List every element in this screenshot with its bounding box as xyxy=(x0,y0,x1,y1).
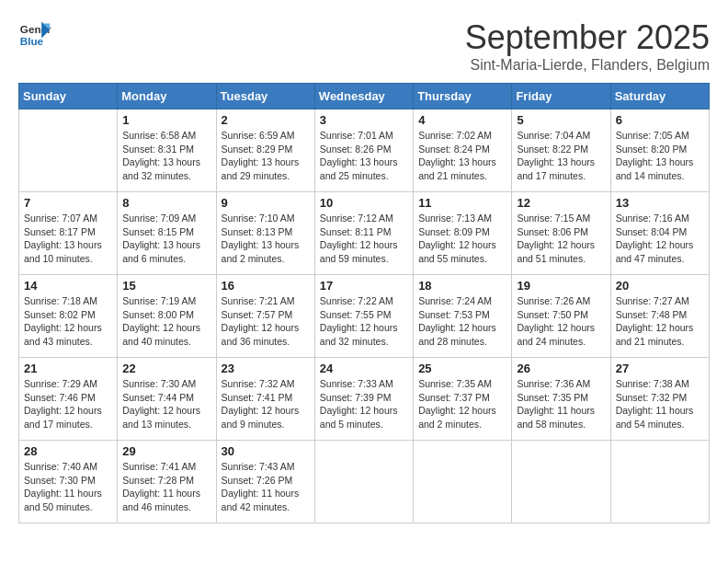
day-info: Sunrise: 7:22 AM Sunset: 7:55 PM Dayligh… xyxy=(320,294,408,349)
calendar-cell: 16Sunrise: 7:21 AM Sunset: 7:57 PM Dayli… xyxy=(216,275,314,358)
calendar-cell: 3Sunrise: 7:01 AM Sunset: 8:26 PM Daylig… xyxy=(314,109,413,192)
weekday-header: Sunday xyxy=(19,84,118,109)
day-number: 14 xyxy=(24,279,112,293)
day-info: Sunrise: 7:35 AM Sunset: 7:37 PM Dayligh… xyxy=(418,377,506,431)
page-header: General Blue September 2025 Sint-Maria-L… xyxy=(18,18,710,74)
calendar-cell: 29Sunrise: 7:41 AM Sunset: 7:28 PM Dayli… xyxy=(118,441,216,523)
day-number: 8 xyxy=(122,196,210,210)
calendar-cell xyxy=(512,441,610,523)
calendar-cell: 27Sunrise: 7:38 AM Sunset: 7:32 PM Dayli… xyxy=(610,358,709,441)
day-number: 26 xyxy=(517,362,605,375)
day-number: 30 xyxy=(222,444,310,458)
day-number: 18 xyxy=(418,279,506,293)
weekday-header: Friday xyxy=(512,84,610,109)
weekday-header: Wednesday xyxy=(314,84,413,109)
day-info: Sunrise: 7:40 AM Sunset: 7:30 PM Dayligh… xyxy=(24,460,112,514)
day-number: 3 xyxy=(320,113,408,127)
day-number: 7 xyxy=(24,196,112,210)
day-info: Sunrise: 7:18 AM Sunset: 8:02 PM Dayligh… xyxy=(24,294,112,349)
day-number: 5 xyxy=(517,113,605,127)
day-info: Sunrise: 7:05 AM Sunset: 8:20 PM Dayligh… xyxy=(616,129,704,183)
day-info: Sunrise: 7:04 AM Sunset: 8:22 PM Dayligh… xyxy=(517,129,605,183)
day-number: 22 xyxy=(122,362,210,375)
weekday-header-row: SundayMondayTuesdayWednesdayThursdayFrid… xyxy=(19,84,710,109)
day-info: Sunrise: 7:19 AM Sunset: 8:00 PM Dayligh… xyxy=(122,294,210,349)
day-number: 11 xyxy=(418,196,506,210)
month-title: September 2025 xyxy=(465,18,710,57)
calendar-cell: 18Sunrise: 7:24 AM Sunset: 7:53 PM Dayli… xyxy=(414,275,512,358)
svg-text:Blue: Blue xyxy=(20,35,44,47)
week-row-1: 1Sunrise: 6:58 AM Sunset: 8:31 PM Daylig… xyxy=(19,109,710,192)
calendar-cell xyxy=(19,109,118,192)
calendar-cell: 6Sunrise: 7:05 AM Sunset: 8:20 PM Daylig… xyxy=(610,109,709,192)
day-info: Sunrise: 6:58 AM Sunset: 8:31 PM Dayligh… xyxy=(122,129,210,183)
calendar-cell: 17Sunrise: 7:22 AM Sunset: 7:55 PM Dayli… xyxy=(314,275,413,358)
calendar-cell: 21Sunrise: 7:29 AM Sunset: 7:46 PM Dayli… xyxy=(19,358,118,441)
week-row-3: 14Sunrise: 7:18 AM Sunset: 8:02 PM Dayli… xyxy=(19,275,710,358)
day-info: Sunrise: 7:24 AM Sunset: 7:53 PM Dayligh… xyxy=(418,294,506,349)
calendar-cell: 2Sunrise: 6:59 AM Sunset: 8:29 PM Daylig… xyxy=(216,109,314,192)
title-section: September 2025 Sint-Maria-Lierde, Flande… xyxy=(465,18,710,74)
day-info: Sunrise: 7:07 AM Sunset: 8:17 PM Dayligh… xyxy=(24,212,112,266)
day-info: Sunrise: 7:09 AM Sunset: 8:15 PM Dayligh… xyxy=(122,212,210,266)
day-info: Sunrise: 7:15 AM Sunset: 8:06 PM Dayligh… xyxy=(517,212,605,266)
day-number: 23 xyxy=(222,362,310,375)
day-number: 25 xyxy=(418,362,506,375)
week-row-5: 28Sunrise: 7:40 AM Sunset: 7:30 PM Dayli… xyxy=(19,441,710,523)
calendar-cell: 25Sunrise: 7:35 AM Sunset: 7:37 PM Dayli… xyxy=(414,358,512,441)
calendar-cell: 7Sunrise: 7:07 AM Sunset: 8:17 PM Daylig… xyxy=(19,192,118,275)
calendar-cell: 5Sunrise: 7:04 AM Sunset: 8:22 PM Daylig… xyxy=(512,109,610,192)
day-info: Sunrise: 7:01 AM Sunset: 8:26 PM Dayligh… xyxy=(320,129,408,183)
day-info: Sunrise: 7:27 AM Sunset: 7:48 PM Dayligh… xyxy=(616,294,704,349)
day-number: 16 xyxy=(222,279,310,293)
calendar-cell: 12Sunrise: 7:15 AM Sunset: 8:06 PM Dayli… xyxy=(512,192,610,275)
day-info: Sunrise: 7:12 AM Sunset: 8:11 PM Dayligh… xyxy=(320,212,408,266)
calendar-cell: 9Sunrise: 7:10 AM Sunset: 8:13 PM Daylig… xyxy=(216,192,314,275)
day-info: Sunrise: 7:38 AM Sunset: 7:32 PM Dayligh… xyxy=(616,377,704,431)
calendar-cell: 20Sunrise: 7:27 AM Sunset: 7:48 PM Dayli… xyxy=(610,275,709,358)
day-number: 17 xyxy=(320,279,408,293)
calendar-cell: 11Sunrise: 7:13 AM Sunset: 8:09 PM Dayli… xyxy=(414,192,512,275)
day-info: Sunrise: 7:16 AM Sunset: 8:04 PM Dayligh… xyxy=(616,212,704,266)
day-number: 4 xyxy=(418,113,506,127)
day-info: Sunrise: 7:13 AM Sunset: 8:09 PM Dayligh… xyxy=(418,212,506,266)
calendar-cell: 19Sunrise: 7:26 AM Sunset: 7:50 PM Dayli… xyxy=(512,275,610,358)
calendar-cell xyxy=(414,441,512,523)
calendar-table: SundayMondayTuesdayWednesdayThursdayFrid… xyxy=(18,83,710,523)
day-number: 19 xyxy=(517,279,605,293)
day-number: 2 xyxy=(222,113,310,127)
day-info: Sunrise: 7:32 AM Sunset: 7:41 PM Dayligh… xyxy=(222,377,310,431)
day-number: 9 xyxy=(222,196,310,210)
weekday-header: Thursday xyxy=(414,84,512,109)
day-info: Sunrise: 7:26 AM Sunset: 7:50 PM Dayligh… xyxy=(517,294,605,349)
calendar-cell: 23Sunrise: 7:32 AM Sunset: 7:41 PM Dayli… xyxy=(216,358,314,441)
day-info: Sunrise: 7:10 AM Sunset: 8:13 PM Dayligh… xyxy=(222,212,310,266)
day-number: 27 xyxy=(616,362,704,375)
day-number: 12 xyxy=(517,196,605,210)
day-number: 24 xyxy=(320,362,408,375)
calendar-cell xyxy=(610,441,709,523)
weekday-header: Saturday xyxy=(610,84,709,109)
day-info: Sunrise: 7:02 AM Sunset: 8:24 PM Dayligh… xyxy=(418,129,506,183)
day-info: Sunrise: 7:29 AM Sunset: 7:46 PM Dayligh… xyxy=(24,377,112,431)
day-info: Sunrise: 6:59 AM Sunset: 8:29 PM Dayligh… xyxy=(222,129,310,183)
day-number: 15 xyxy=(122,279,210,293)
calendar-cell: 13Sunrise: 7:16 AM Sunset: 8:04 PM Dayli… xyxy=(610,192,709,275)
calendar-cell: 10Sunrise: 7:12 AM Sunset: 8:11 PM Dayli… xyxy=(314,192,413,275)
day-info: Sunrise: 7:30 AM Sunset: 7:44 PM Dayligh… xyxy=(122,377,210,431)
logo-icon: General Blue xyxy=(18,18,51,52)
day-info: Sunrise: 7:43 AM Sunset: 7:26 PM Dayligh… xyxy=(222,460,310,514)
logo: General Blue xyxy=(18,18,51,52)
weekday-header: Monday xyxy=(118,84,216,109)
day-info: Sunrise: 7:36 AM Sunset: 7:35 PM Dayligh… xyxy=(517,377,605,431)
calendar-cell: 26Sunrise: 7:36 AM Sunset: 7:35 PM Dayli… xyxy=(512,358,610,441)
calendar-cell: 14Sunrise: 7:18 AM Sunset: 8:02 PM Dayli… xyxy=(19,275,118,358)
calendar-cell xyxy=(314,441,413,523)
day-info: Sunrise: 7:21 AM Sunset: 7:57 PM Dayligh… xyxy=(222,294,310,349)
day-number: 29 xyxy=(122,444,210,458)
calendar-cell: 22Sunrise: 7:30 AM Sunset: 7:44 PM Dayli… xyxy=(118,358,216,441)
location-title: Sint-Maria-Lierde, Flanders, Belgium xyxy=(465,57,710,74)
calendar-cell: 28Sunrise: 7:40 AM Sunset: 7:30 PM Dayli… xyxy=(19,441,118,523)
calendar-cell: 30Sunrise: 7:43 AM Sunset: 7:26 PM Dayli… xyxy=(216,441,314,523)
day-info: Sunrise: 7:33 AM Sunset: 7:39 PM Dayligh… xyxy=(320,377,408,431)
